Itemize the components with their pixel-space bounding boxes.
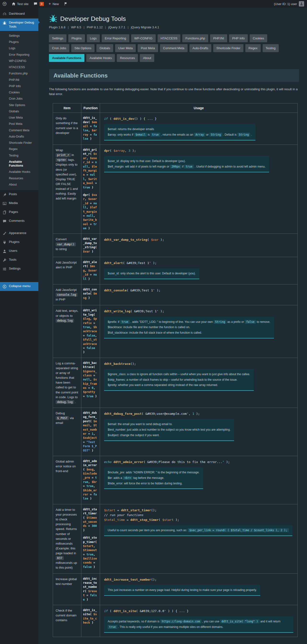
sidebar-subitem-wp-config[interactable]: WP-CONFIG xyxy=(0,58,38,64)
sidebar-item-comments[interactable]: Comments xyxy=(0,217,38,226)
pages-icon xyxy=(2,210,7,214)
sidebar-subitem-htaccess[interactable]: HTACCESS xyxy=(0,64,38,70)
tab-post-meta[interactable]: Post Meta xyxy=(138,44,158,52)
tab-htaccess[interactable]: HTACCESS xyxy=(158,34,181,42)
table-row: Convert var_dump() to stringddtt_var_dum… xyxy=(53,234,298,257)
collapse-menu-label: Collapse menu xyxy=(9,284,30,288)
section-heading: Available Functions xyxy=(49,69,299,82)
sidebar-subitem-post-meta[interactable]: Post Meta xyxy=(0,121,38,127)
tab-plugins[interactable]: Plugins xyxy=(68,34,85,42)
wordpress-logo-icon: W xyxy=(2,2,7,6)
usage-cell: $start = ddtt_start_timer();// run your … xyxy=(100,504,298,574)
sidebar-item-label: Pages xyxy=(9,210,18,214)
sidebar-subitem-cron-jobs[interactable]: Cron Jobs xyxy=(0,96,38,102)
tab-resources[interactable]: Resources xyxy=(117,54,138,62)
ddtt-adminbar-item[interactable] xyxy=(61,0,70,8)
comments-menu[interactable]: 0 xyxy=(31,0,46,8)
tab-php-ini[interactable]: PHP.INI xyxy=(210,34,227,42)
usage-code-line: $total_time = ddtt_stop_timer( $start ); xyxy=(104,518,293,522)
usage-cell: echo ddtt_admin_error( &#039;Please do t… xyxy=(100,456,298,504)
item-cell: Add JavaScript console.log in PHP xyxy=(53,284,81,305)
sidebar-subitem-comment-meta[interactable]: Comment Meta xyxy=(0,127,38,134)
sidebar-subitem-user-meta[interactable]: User Meta xyxy=(0,114,38,121)
tab-wp-config[interactable]: WP-CONFIG xyxy=(131,34,156,42)
usage-note-box: $ignore_class: a class to ignore all fun… xyxy=(104,369,254,391)
sidebar-item-media[interactable]: Media xyxy=(0,199,38,208)
usage-code-line: ddtt_write_log( &#039;Test 1' ); xyxy=(104,309,293,314)
sidebar-item-label: Comments xyxy=(9,219,24,223)
sidebar-subitem-php-info[interactable]: PHP Info xyxy=(0,83,38,89)
item-cell: Check if the current domain contains xyxy=(53,605,81,637)
usage-code-line: ddtt_alert( &#039;Test 1' ); xyxy=(104,261,293,266)
sidebar-subitem-about[interactable]: About xyxy=(0,182,38,188)
tab-cookies[interactable]: Cookies xyxy=(250,34,267,42)
table-row: Global admin error notice on front-enddd… xyxy=(53,456,298,504)
tab-error-reporting[interactable]: Error Reporting xyxy=(102,34,129,42)
sidebar-subitem-php-ini[interactable]: PHP.INI xyxy=(0,77,38,83)
tab-cron-jobs[interactable]: Cron Jobs xyxy=(49,44,69,52)
tab-comment-meta[interactable]: Comment Meta xyxy=(160,44,188,52)
sidebar-item-developer-debug-tools[interactable]: Developer Debug Tools xyxy=(0,18,38,31)
tab-logs[interactable]: Logs xyxy=(87,34,100,42)
tab-available-functions[interactable]: Available Functions xyxy=(49,54,84,62)
usage-cell: ddtt_increase_test_number();This just in… xyxy=(100,574,298,605)
tab-auto-drafts[interactable]: Auto-Drafts xyxy=(190,44,212,52)
usage-note-box: This just increases a number on every pa… xyxy=(104,585,260,596)
sidebar-subitem-settings[interactable]: Settings xyxy=(0,33,38,39)
tab-available-hooks[interactable]: Available Hooks xyxy=(86,54,115,62)
tab-regex[interactable]: Regex xyxy=(245,44,261,52)
sidebar-item-label: Appearance xyxy=(9,231,26,235)
sidebar-subitem-plugins[interactable]: Plugins xyxy=(0,39,38,45)
sidebar-subitem-site-options[interactable]: Site Options xyxy=(0,102,38,108)
meta-item: WP 6.5 xyxy=(71,26,81,29)
sidebar-subitem-testing[interactable]: Testing xyxy=(0,152,38,159)
tab-shortcode-finder[interactable]: Shortcode Finder xyxy=(213,44,244,52)
sidebar-item-users[interactable]: Users xyxy=(0,247,38,256)
sidebar-item-dashboard[interactable]: Dashboard xyxy=(0,10,38,18)
sidebar-subitem-functions-php[interactable]: Functions.php xyxy=(0,70,38,76)
wp-logo-menu[interactable]: W xyxy=(0,0,9,8)
item-cell: Add a timer to your processes to check p… xyxy=(53,504,81,574)
table-row: Add a timer to your processes to check p… xyxy=(53,504,298,574)
tab-settings[interactable]: Settings xyxy=(49,34,66,42)
sidebar-subitem-globals[interactable]: Globals xyxy=(0,108,38,114)
sidebar-subitem-auto-drafts[interactable]: Auto-Drafts xyxy=(0,134,38,140)
sidebar-item-appearance[interactable]: Appearance xyxy=(0,229,38,238)
sidebar-item-tools[interactable]: Tools xyxy=(0,256,38,264)
tab-site-options[interactable]: Site Options xyxy=(71,44,94,52)
plugin-meta: Plugin 1.6.8|WP 6.5|PHP 8.1.12|jQuery 3.… xyxy=(49,26,299,29)
tab-globals[interactable]: Globals xyxy=(96,44,113,52)
tab-php-info[interactable]: PHP Info xyxy=(229,34,248,42)
new-content-menu[interactable]: + New xyxy=(46,0,61,8)
site-name-menu[interactable]: Test site xyxy=(9,0,31,8)
sidebar-subitem-shortcode-finder[interactable]: Shortcode Finder xyxy=(0,140,38,146)
table-row: Wrap print_r in <pre> tags. Displays onl… xyxy=(53,145,298,234)
sidebar-item-plugins[interactable]: Plugins xyxy=(0,238,38,247)
sidebar-subitem-cookies[interactable]: Cookies xyxy=(0,89,38,96)
sidebar-item-posts[interactable]: Posts xyxy=(0,190,38,199)
collapse-menu-button[interactable]: Collapse menu xyxy=(0,282,38,291)
avatar[interactable] xyxy=(299,1,304,6)
meta-item: jQuery Migrate 3.4.1 xyxy=(131,26,159,29)
sidebar-subitem-available-hooks[interactable]: Available Hooks xyxy=(0,169,38,175)
sidebar-item-label: Posts xyxy=(9,192,17,196)
sidebar-item-pages[interactable]: Pages xyxy=(0,208,38,217)
tools-icon xyxy=(2,258,7,262)
tab-functions-php[interactable]: Functions.php xyxy=(182,34,208,42)
sidebar-subitem-logs[interactable]: Logs xyxy=(0,45,38,51)
sidebar-subitem-resources[interactable]: Resources xyxy=(0,175,38,182)
sidebar-item-settings[interactable]: Settings xyxy=(0,264,38,274)
sidebar-menu: PostsMediaPagesCommentsAppearancePlugins… xyxy=(0,190,38,274)
column-header-item: Item xyxy=(53,104,81,113)
sidebar-subitem-regex[interactable]: Regex xyxy=(0,146,38,152)
sidebar-subitem-error-reporting[interactable]: Error Reporting xyxy=(0,52,38,58)
tab-testing[interactable]: Testing xyxy=(263,44,279,52)
usage-note-box: $email: returns the developer emails$arr… xyxy=(104,124,256,140)
usage-cell: ddtt_write_log( &#039;Test 1' );$prefix:… xyxy=(100,305,298,358)
comment-count-badge: 0 xyxy=(39,2,44,6)
sidebar-subitem-available-functions[interactable]: Available Functions xyxy=(0,159,38,169)
tab-user-meta[interactable]: User Meta xyxy=(115,44,136,52)
usage-code-line: if ( ddtt_is_dev() ) { ... } xyxy=(104,116,293,121)
tab-about[interactable]: About xyxy=(140,54,154,62)
function-cell: ddtt_is_site( $site_to_check ) xyxy=(81,605,100,637)
